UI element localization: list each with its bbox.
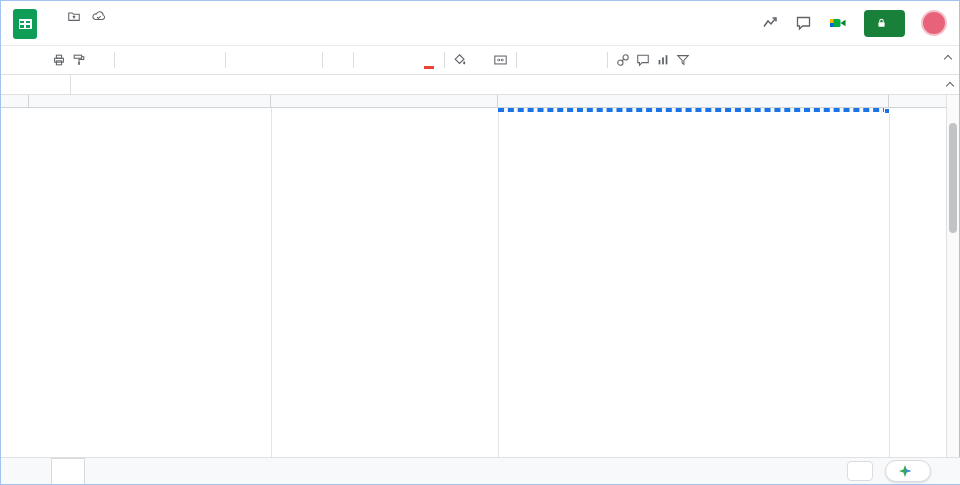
header-right xyxy=(762,1,947,45)
collapse-formula-bar-icon[interactable] xyxy=(946,82,954,90)
column-header-D[interactable] xyxy=(889,95,948,107)
header-main xyxy=(47,7,147,47)
format-percent-button[interactable] xyxy=(140,48,160,72)
undo-button[interactable] xyxy=(9,48,29,72)
text-color-button[interactable] xyxy=(419,48,439,72)
sheets-logo-grid xyxy=(19,19,32,29)
create-filter-button[interactable] xyxy=(673,48,693,72)
paint-format-button[interactable] xyxy=(69,48,89,72)
insert-chart-button[interactable] xyxy=(653,48,673,72)
toolbar-separator xyxy=(225,52,226,68)
merge-cells-button[interactable] xyxy=(490,48,511,72)
insert-comment-button[interactable] xyxy=(633,48,653,72)
grid-rows xyxy=(1,108,948,459)
menu-help[interactable] xyxy=(127,35,137,39)
menu-extensions[interactable] xyxy=(117,35,127,39)
fill-handle[interactable] xyxy=(884,108,890,114)
fill-color-button[interactable] xyxy=(450,48,470,72)
title-row xyxy=(47,7,147,25)
toolbar-separator xyxy=(353,52,354,68)
format-currency-button[interactable] xyxy=(120,48,140,72)
count-selector[interactable] xyxy=(847,461,873,481)
borders-button[interactable] xyxy=(470,48,490,72)
print-button[interactable] xyxy=(49,48,69,72)
column-header-strip xyxy=(1,95,948,108)
font-size-select[interactable] xyxy=(328,48,348,72)
column-header-B[interactable] xyxy=(271,95,498,107)
spreadsheet-grid xyxy=(1,95,948,459)
menu-insert[interactable] xyxy=(77,35,87,39)
vertical-scrollbar[interactable] xyxy=(946,95,959,459)
menu-data[interactable] xyxy=(97,35,107,39)
insert-link-button[interactable] xyxy=(613,48,633,72)
vertical-scrollbar-thumb[interactable] xyxy=(949,123,957,233)
redo-button[interactable] xyxy=(29,48,49,72)
select-all-corner[interactable] xyxy=(1,95,29,107)
vertical-align-button[interactable] xyxy=(542,48,562,72)
toolbar-separator xyxy=(516,52,517,68)
italic-button[interactable] xyxy=(379,48,399,72)
text-rotation-button[interactable] xyxy=(582,48,602,72)
menu-file[interactable] xyxy=(47,35,57,39)
bold-button[interactable] xyxy=(359,48,379,72)
sheets-logo[interactable] xyxy=(13,9,37,39)
move-folder-icon[interactable] xyxy=(67,9,81,23)
account-avatar[interactable] xyxy=(921,10,947,36)
cloud-status-icon xyxy=(91,9,106,23)
explore-button[interactable] xyxy=(885,460,931,482)
zoom-select[interactable] xyxy=(89,48,109,72)
google-sheets-app xyxy=(0,0,960,485)
comment-history-icon[interactable] xyxy=(795,15,812,31)
collapse-toolbar-icon[interactable] xyxy=(944,55,952,63)
menu-edit[interactable] xyxy=(57,35,67,39)
horizontal-align-button[interactable] xyxy=(522,48,542,72)
name-box[interactable] xyxy=(1,75,71,94)
toolbar xyxy=(1,45,959,75)
sheet-bar xyxy=(1,457,960,484)
tab-sheet1[interactable] xyxy=(51,458,85,484)
menu-format[interactable] xyxy=(87,35,97,39)
column-header-A[interactable] xyxy=(29,95,271,107)
version-history-icon[interactable] xyxy=(762,15,779,31)
decrease-decimal-button[interactable] xyxy=(160,48,180,72)
number-format-button[interactable] xyxy=(200,48,220,72)
explore-icon xyxy=(898,464,912,478)
toolbar-separator xyxy=(444,52,445,68)
toolbar-separator xyxy=(322,52,323,68)
selection-overlay xyxy=(498,108,889,112)
toolbar-separator xyxy=(607,52,608,68)
strikethrough-button[interactable] xyxy=(399,48,419,72)
menubar xyxy=(47,27,147,47)
topbar xyxy=(1,1,959,45)
meet-video-icon[interactable] xyxy=(828,15,848,31)
increase-decimal-button[interactable] xyxy=(180,48,200,72)
lock-icon xyxy=(876,17,887,29)
column-header-C[interactable] xyxy=(498,95,889,107)
share-button[interactable] xyxy=(864,10,905,37)
font-family-select[interactable] xyxy=(231,48,317,72)
text-wrap-button[interactable] xyxy=(562,48,582,72)
formula-bar xyxy=(1,75,959,95)
menu-tools[interactable] xyxy=(107,35,117,39)
functions-button[interactable] xyxy=(693,48,713,72)
sheet-bar-right xyxy=(847,460,951,482)
menu-view[interactable] xyxy=(67,35,77,39)
tab-sheet2[interactable] xyxy=(85,458,117,484)
toolbar-separator xyxy=(114,52,115,68)
